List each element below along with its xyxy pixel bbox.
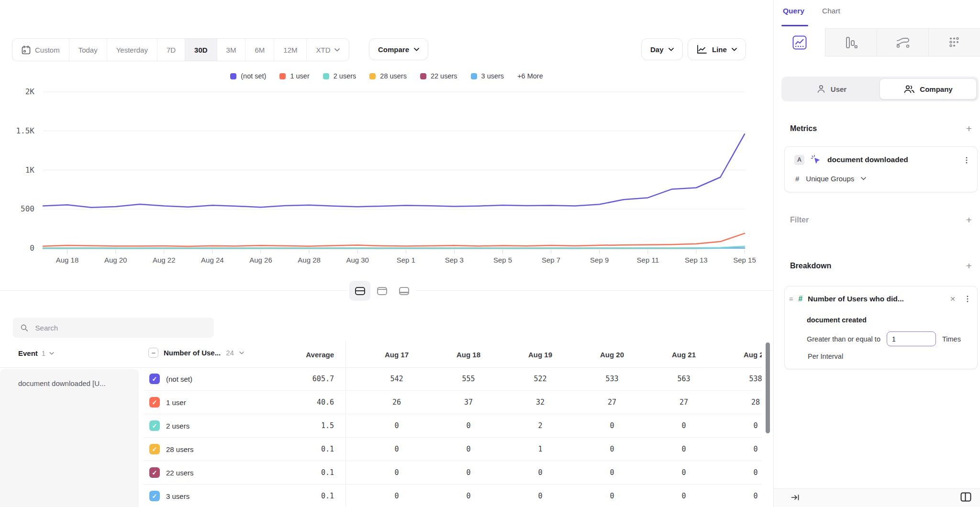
series-checkbox[interactable]: [149, 420, 160, 431]
cell-value: 538: [720, 375, 762, 383]
breakdown-card: # Number of Users who did... document cr…: [784, 286, 978, 369]
breakdown-card-header: # Number of Users who did...: [789, 294, 971, 303]
close-icon[interactable]: [950, 295, 956, 303]
bar-chart-icon: [845, 36, 858, 49]
y-axis-label: 1.5K: [16, 126, 34, 135]
range-6m[interactable]: 6M: [245, 39, 274, 61]
event-click-icon: [811, 154, 821, 165]
event-list-item[interactable]: document downloaded [U...: [18, 379, 106, 387]
times-value-input[interactable]: [887, 331, 936, 346]
group-header-label: Number of Use...: [164, 349, 221, 357]
average-column-header[interactable]: Average: [258, 351, 334, 359]
series-checkbox[interactable]: [149, 444, 160, 454]
table-scrollbar[interactable]: [766, 342, 770, 433]
chart-type-scatter[interactable]: [928, 28, 980, 56]
range-today[interactable]: Today: [69, 39, 107, 61]
chart-type-bar[interactable]: [825, 28, 877, 56]
collapse-right-icon: [791, 494, 799, 501]
cell-value: 0: [720, 492, 762, 500]
tab-chart[interactable]: Chart: [822, 7, 840, 15]
date-column-header[interactable]: Aug 21: [648, 351, 720, 359]
filter-heading: Filter: [790, 216, 809, 224]
series-checkbox[interactable]: [149, 491, 160, 501]
compare-button[interactable]: Compare: [369, 38, 428, 60]
scatter-icon: [948, 36, 961, 49]
cell-value: 0: [576, 492, 648, 500]
breakdown-condition[interactable]: Greater than or equal to: [807, 335, 880, 343]
chart-type-flow[interactable]: [877, 28, 928, 56]
scope-user-label: User: [831, 85, 846, 93]
range-12m[interactable]: 12M: [274, 39, 306, 61]
number-property-icon: #: [798, 295, 802, 303]
breakdown-menu-button[interactable]: [964, 294, 971, 303]
range-custom[interactable]: Custom: [12, 39, 69, 61]
breakdown-condition-row: Greater than or equal to Times: [807, 331, 961, 346]
event-column-header[interactable]: Event 1: [18, 349, 54, 357]
layout-chart-only-button[interactable]: [371, 281, 392, 301]
cell-value: 0: [504, 468, 576, 477]
series-average: 605.7: [312, 375, 345, 383]
breakdown-interval[interactable]: Per Interval: [808, 353, 843, 360]
x-axis-label: Sep 11: [637, 256, 659, 264]
cell-value: 0: [648, 468, 720, 477]
series-cell: (not set)605.7: [144, 374, 345, 384]
granularity-button[interactable]: Day: [641, 38, 683, 60]
range-yesterday[interactable]: Yesterday: [107, 39, 157, 61]
range-xtd[interactable]: XTD: [306, 39, 349, 61]
table-row: 3 users0.1000000: [144, 485, 762, 507]
chart-type-button[interactable]: Line: [688, 38, 746, 60]
event-list-panel: document downloaded [U...: [0, 369, 139, 507]
table-row: 22 users0.1000000: [144, 461, 762, 485]
date-column-header[interactable]: Aug 22: [720, 351, 762, 359]
line-chart-icon: [792, 35, 807, 50]
range-30d[interactable]: 30D: [185, 39, 217, 61]
split-pane-button[interactable]: [960, 492, 971, 504]
metric-card[interactable]: A document downloaded # Unique Groups: [784, 146, 978, 192]
series-cell: 3 users0.1: [144, 491, 345, 501]
range-label: 12M: [283, 46, 297, 54]
chart-type-line[interactable]: [774, 28, 825, 56]
cell-value: 32: [504, 398, 576, 407]
cell-value: 27: [576, 398, 648, 407]
metric-menu-button[interactable]: [963, 155, 970, 165]
date-column-header[interactable]: Aug 17: [361, 351, 433, 359]
company-icon: [903, 84, 915, 94]
cell-value: 0: [576, 445, 648, 453]
series-checkbox[interactable]: [149, 374, 160, 384]
add-breakdown-button[interactable]: [966, 261, 972, 271]
cell-value: 0: [433, 492, 504, 500]
layout-split-button[interactable]: [349, 281, 370, 301]
range-label: Custom: [35, 46, 60, 54]
indeterminate-checkbox[interactable]: [148, 348, 158, 358]
date-column-header[interactable]: Aug 19: [504, 351, 576, 359]
series-checkbox[interactable]: [149, 467, 160, 478]
add-filter-button[interactable]: [966, 215, 972, 225]
x-axis-label: Sep 7: [542, 256, 560, 264]
split-view-icon: [355, 287, 365, 295]
group-column-header[interactable]: Number of Use... 24: [148, 348, 244, 358]
series-cell: 28 users0.1: [144, 444, 345, 454]
range-3m[interactable]: 3M: [217, 39, 245, 61]
breakdown-heading: Breakdown: [790, 262, 831, 270]
date-column-header[interactable]: Aug 18: [433, 351, 504, 359]
series-checkbox[interactable]: [149, 397, 160, 408]
search-icon: [21, 324, 28, 332]
range-7d[interactable]: 7D: [157, 39, 185, 61]
drag-handle-icon[interactable]: [789, 295, 793, 303]
range-label: 7D: [167, 46, 176, 54]
chevron-down-icon: [414, 48, 419, 51]
layout-table-only-button[interactable]: [393, 281, 414, 301]
date-column-header[interactable]: Aug 20: [576, 351, 648, 359]
cell-value: 0: [576, 468, 648, 477]
search-input[interactable]: [34, 323, 206, 332]
scope-option-company[interactable]: Company: [880, 78, 977, 99]
scope-option-user[interactable]: User: [783, 78, 880, 99]
x-axis-label: Aug 24: [201, 256, 224, 264]
add-metric-button[interactable]: [966, 123, 972, 133]
tab-query[interactable]: Query: [783, 7, 804, 15]
metric-measure-row[interactable]: # Unique Groups: [795, 175, 866, 183]
layout-toggle-group: [347, 279, 416, 303]
collapse-panel-button[interactable]: [791, 494, 799, 503]
y-axis-label: 0: [30, 243, 34, 253]
cell-value: 542: [361, 375, 433, 383]
